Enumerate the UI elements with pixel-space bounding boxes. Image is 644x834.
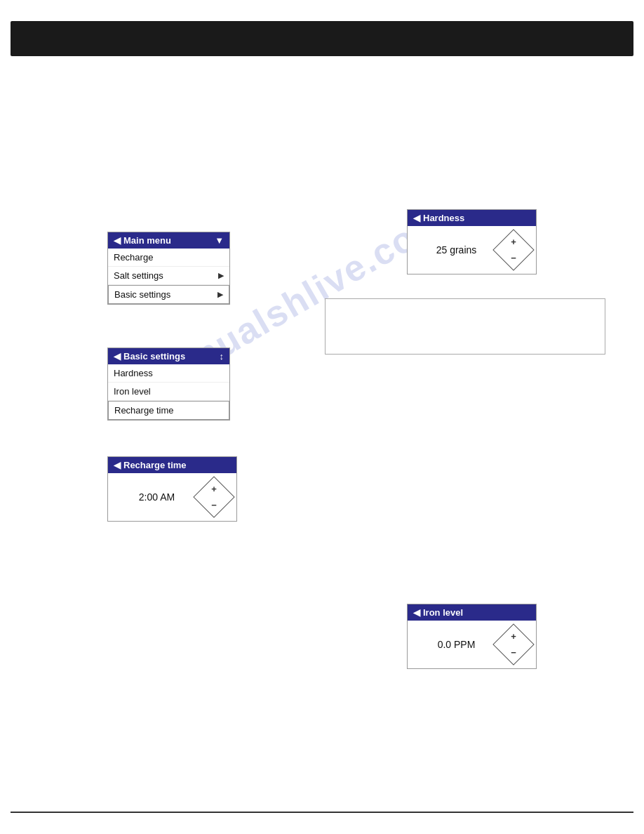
iron-level-plus-icon[interactable]: + <box>511 632 516 641</box>
bottom-separator <box>11 812 633 813</box>
iron-level-diamond-shape <box>492 623 534 665</box>
iron-level-label: Iron level <box>114 386 151 397</box>
hardness-title: Hardness <box>423 213 464 223</box>
main-menu-item-salt-settings[interactable]: Salt settings ▶ <box>108 267 229 285</box>
recharge-label: Recharge <box>114 252 153 263</box>
iron-level-diamond-control[interactable]: + − <box>498 629 529 660</box>
basic-settings-menu-box: ◀ Basic settings ↕ Hardness Iron level R… <box>107 348 230 421</box>
basic-settings-title: Basic settings <box>123 351 220 362</box>
hardness-diamond-shape <box>492 229 534 270</box>
iron-level-box: ◀ Iron level 0.0 PPM + − <box>407 604 537 669</box>
hardness-minus-icon[interactable]: − <box>511 253 516 263</box>
hardness-header: ◀ Hardness <box>408 210 536 226</box>
salt-settings-arrow: ▶ <box>218 271 224 280</box>
hardness-diamond-control[interactable]: + − <box>498 234 529 265</box>
iron-level-value: 0.0 PPM <box>415 639 498 650</box>
blank-info-box <box>325 298 605 355</box>
main-menu-box: ◀ Main menu ▼ Recharge Salt settings ▶ B… <box>107 232 230 305</box>
recharge-time-value: 2:00 AM <box>115 491 199 503</box>
basic-settings-arrow: ▶ <box>217 290 223 299</box>
basic-settings-menu-header: ◀ Basic settings ↕ <box>108 348 229 364</box>
hardness-box: ◀ Hardness 25 grains + − <box>407 209 537 274</box>
hardness-label: Hardness <box>114 368 153 378</box>
hardness-display: 25 grains + − <box>408 226 536 274</box>
main-menu-header-arrow: ◀ <box>114 235 121 246</box>
basic-settings-item-recharge-time[interactable]: Recharge time <box>108 401 229 420</box>
main-menu-item-basic-settings[interactable]: Basic settings ▶ <box>108 285 229 304</box>
iron-level-header-arrow: ◀ <box>413 607 420 618</box>
basic-settings-item-iron-level[interactable]: Iron level <box>108 383 229 401</box>
basic-settings-label: Basic settings <box>114 289 170 300</box>
recharge-time-header: ◀ Recharge time <box>108 457 236 473</box>
recharge-time-label: Recharge time <box>114 405 174 416</box>
basic-settings-item-hardness[interactable]: Hardness <box>108 364 229 383</box>
iron-level-display: 0.0 PPM + − <box>408 621 536 668</box>
recharge-time-header-arrow: ◀ <box>114 460 121 470</box>
recharge-time-diamond-control[interactable]: + − <box>199 482 229 512</box>
basic-settings-header-arrow: ◀ <box>114 351 121 362</box>
main-menu-header: ◀ Main menu ▼ <box>108 232 229 249</box>
recharge-time-minus-icon[interactable]: − <box>211 501 217 510</box>
main-menu-item-recharge[interactable]: Recharge <box>108 249 229 267</box>
main-menu-title: Main menu <box>123 235 215 246</box>
iron-level-minus-icon[interactable]: − <box>511 648 516 657</box>
iron-level-title: Iron level <box>423 607 463 618</box>
basic-settings-header-updown: ↕ <box>220 351 224 362</box>
recharge-time-plus-icon[interactable]: + <box>211 484 217 494</box>
recharge-time-display: 2:00 AM + − <box>108 473 236 521</box>
recharge-time-diamond-shape <box>193 476 234 517</box>
hardness-header-arrow: ◀ <box>413 213 420 223</box>
header-bar <box>11 21 633 56</box>
iron-level-header: ◀ Iron level <box>408 604 536 621</box>
recharge-time-box: ◀ Recharge time 2:00 AM + − <box>107 456 237 522</box>
hardness-value: 25 grains <box>415 244 498 256</box>
main-menu-header-right-arrow: ▼ <box>215 235 224 246</box>
salt-settings-label: Salt settings <box>114 270 163 281</box>
hardness-plus-icon[interactable]: + <box>511 237 516 246</box>
recharge-time-title: Recharge time <box>123 460 187 470</box>
